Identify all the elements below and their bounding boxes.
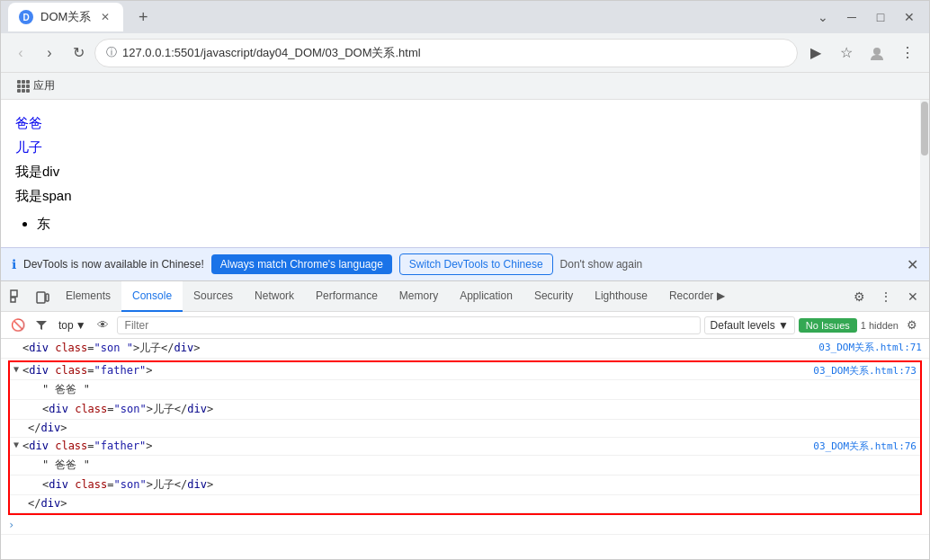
- svg-rect-3: [37, 292, 45, 303]
- console-line-3: " 爸爸 ": [10, 380, 920, 400]
- expand-arrow-6[interactable]: ▼: [13, 440, 19, 449]
- line-wospan: 我是span: [15, 183, 915, 208]
- filter-input[interactable]: [117, 316, 701, 334]
- console-line-4: <div class="son">儿子</div>: [10, 400, 920, 420]
- browser-tab[interactable]: D DOM关系 ✕: [8, 3, 123, 31]
- line-wodiv: 我是div: [15, 159, 915, 183]
- svg-rect-4: [46, 294, 49, 301]
- window-controls: ⌄ ─ □ ✕: [810, 4, 922, 30]
- notify-icon: ℹ: [12, 257, 16, 271]
- scrollbar-thumb[interactable]: [921, 102, 928, 156]
- svg-rect-2: [11, 298, 15, 302]
- console-file-6[interactable]: 03_DOM关系.html:76: [806, 440, 917, 453]
- address-input[interactable]: ⓘ 127.0.0.1:5501/javascript/day04_DOM/03…: [94, 39, 798, 67]
- log-levels-label: Default levels ▼: [711, 319, 789, 332]
- menu-button[interactable]: ⋮: [893, 39, 922, 67]
- tab-application[interactable]: Application: [449, 281, 523, 312]
- match-language-button[interactable]: Always match Chrome's language: [211, 254, 392, 274]
- devtools-panel: Elements Console Sources Network Perform…: [1, 280, 929, 559]
- devtools-tab-bar: Elements Console Sources Network Perform…: [1, 281, 929, 312]
- browser-frame: D DOM关系 ✕ + ⌄ ─ □ ✕ ‹ › ↻ ⓘ 127.0.0.1:55…: [0, 0, 930, 560]
- address-bar: ‹ › ↻ ⓘ 127.0.0.1:5501/javascript/day04_…: [1, 33, 929, 73]
- close-button[interactable]: ✕: [897, 4, 922, 30]
- devtools-more-button[interactable]: ⋮: [873, 284, 899, 309]
- tab-lighthouse[interactable]: Lighthouse: [584, 281, 658, 312]
- console-code-1: <div class="son ">儿子</div>: [22, 341, 811, 356]
- toolbar-right: ▶ ☆ ⋮: [801, 39, 922, 67]
- tab-network[interactable]: Network: [244, 281, 305, 312]
- console-code-9: </div>: [28, 497, 917, 510]
- tab-search-button[interactable]: ⌄: [810, 4, 836, 30]
- bookmarks-bar: 应用: [1, 73, 929, 100]
- cast-button[interactable]: ▶: [801, 39, 830, 67]
- tab-performance[interactable]: Performance: [305, 281, 389, 312]
- filter-toggle-button[interactable]: [31, 316, 51, 335]
- no-issues-badge[interactable]: No Issues: [799, 318, 857, 333]
- back-button[interactable]: ‹: [8, 40, 33, 66]
- context-selector[interactable]: top ▼: [55, 317, 90, 333]
- console-toolbar: 🚫 top ▼ 👁 Default levels ▼ No Issues 1 h…: [1, 312, 929, 339]
- console-code-7: " 爸爸 ": [42, 458, 917, 473]
- tab-sources[interactable]: Sources: [183, 281, 244, 312]
- devtools-close-button[interactable]: ✕: [900, 284, 926, 309]
- console-code-2: <div class="father">: [22, 364, 806, 377]
- console-code-8: <div class="son">儿子</div>: [42, 477, 917, 493]
- console-red-box: ▼ <div class="father"> 03_DOM关系.html:73 …: [8, 360, 922, 515]
- console-code-4: <div class="son">儿子</div>: [42, 402, 917, 417]
- apps-bookmark[interactable]: 应用: [12, 76, 60, 95]
- apps-icon: [17, 80, 30, 93]
- restore-button[interactable]: □: [868, 4, 893, 30]
- console-code-6: <div class="father">: [22, 440, 806, 452]
- console-prompt-line[interactable]: ›: [1, 517, 929, 535]
- console-line-5: </div>: [10, 420, 920, 438]
- forward-button[interactable]: ›: [37, 40, 62, 66]
- clear-console-button[interactable]: 🚫: [8, 316, 28, 335]
- console-line-9: </div>: [10, 495, 920, 513]
- log-levels-selector[interactable]: Default levels ▼: [704, 316, 795, 334]
- svg-point-0: [873, 48, 881, 55]
- line-baba: 爸爸: [15, 111, 915, 135]
- console-settings-button[interactable]: ⚙: [902, 316, 922, 335]
- svg-rect-1: [11, 290, 17, 297]
- minimize-button[interactable]: ─: [839, 4, 864, 30]
- inspect-element-button[interactable]: [4, 284, 30, 309]
- tab-console[interactable]: Console: [121, 281, 183, 312]
- tab-security[interactable]: Security: [523, 281, 584, 312]
- profile-button[interactable]: [863, 39, 891, 67]
- tab-title: DOM关系: [40, 9, 91, 25]
- hidden-count: 1 hidden: [861, 320, 899, 331]
- refresh-button[interactable]: ↻: [66, 40, 91, 66]
- console-file-2[interactable]: 03_DOM关系.html:73: [806, 364, 917, 378]
- console-file-1[interactable]: 03_DOM关系.html:71: [811, 341, 922, 354]
- prompt-arrow: ›: [8, 519, 14, 531]
- dont-show-button[interactable]: Don't show again: [560, 258, 643, 271]
- secure-icon: ⓘ: [106, 45, 117, 60]
- console-line-2: ▼ <div class="father"> 03_DOM关系.html:73: [10, 362, 920, 380]
- tab-memory[interactable]: Memory: [389, 281, 449, 312]
- console-line-1: <div class="son ">儿子</div> 03_DOM关系.html…: [1, 339, 929, 359]
- new-tab-button[interactable]: +: [130, 4, 156, 30]
- console-line-7: " 爸爸 ": [10, 456, 920, 476]
- page-content: 爸爸 儿子 我是div 我是span 东: [1, 100, 929, 247]
- notify-close-button[interactable]: ✕: [907, 256, 918, 273]
- devtools-tab-right: ⚙ ⋮ ✕: [846, 284, 926, 309]
- page-scrollbar[interactable]: [920, 100, 929, 247]
- expand-arrow-2[interactable]: ▼: [13, 364, 19, 374]
- eye-button[interactable]: 👁: [94, 316, 113, 335]
- device-toolbar-button[interactable]: [30, 284, 55, 309]
- switch-chinese-button[interactable]: Switch DevTools to Chinese: [399, 253, 553, 275]
- devtools-notify-bar: ℹ DevTools is now available in Chinese! …: [1, 247, 929, 280]
- notify-text: DevTools is now available in Chinese!: [23, 258, 204, 271]
- page-text: 爸爸 儿子 我是div 我是span 东: [15, 111, 915, 236]
- console-line-6: ▼ <div class="father"> 03_DOM关系.html:76: [10, 438, 920, 456]
- tab-elements[interactable]: Elements: [55, 281, 121, 312]
- address-text: 127.0.0.1:5501/javascript/day04_DOM/03_D…: [122, 45, 786, 61]
- tab-recorder[interactable]: Recorder ▶: [658, 281, 736, 312]
- tab-close-button[interactable]: ✕: [98, 10, 112, 24]
- apps-label: 应用: [33, 78, 55, 93]
- devtools-settings-button[interactable]: ⚙: [846, 284, 872, 309]
- console-code-3: " 爸爸 ": [42, 382, 917, 397]
- console-code-5: </div>: [28, 422, 917, 434]
- context-arrow: ▼: [76, 319, 86, 332]
- bookmark-button[interactable]: ☆: [832, 39, 861, 67]
